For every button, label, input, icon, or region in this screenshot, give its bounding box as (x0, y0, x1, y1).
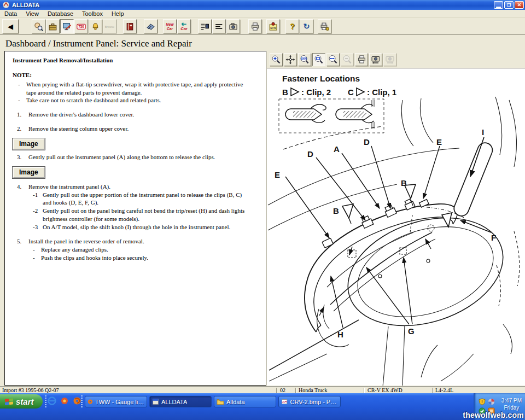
quick-launch (47, 396, 82, 406)
toolbox-icon (48, 22, 57, 31)
new-car-button[interactable]: New Car (163, 19, 177, 33)
car-return-icon: Car (179, 22, 189, 31)
close-icon: ✕ (517, 2, 522, 8)
menu-view[interactable]: View (21, 10, 43, 17)
service-repair-icon (62, 22, 72, 31)
zoom-in-button[interactable] (270, 53, 283, 66)
zoom-100-button[interactable]: 100% (298, 53, 311, 66)
label-F: F (491, 233, 496, 242)
status-code: 02 (280, 387, 285, 393)
paint-app-icon (281, 398, 288, 405)
label-D2: D (364, 137, 370, 147)
parts-button[interactable] (89, 19, 102, 33)
task-alldata-folder[interactable]: Alldata (214, 396, 276, 407)
title-bar: ALLDATA ▬ ❐ ✕ (0, 0, 525, 10)
status-import-info: Import #3 1995-06 Q2-07 (2, 387, 59, 393)
add-note-button[interactable]: NOTE (266, 19, 280, 33)
step-5: 5. Install the panel in the reverse orde… (13, 237, 252, 246)
image-button[interactable]: Image (13, 167, 45, 178)
start-button[interactable]: start (0, 394, 43, 409)
back-button[interactable]: ◀ (2, 19, 19, 33)
estimator-button[interactable] (144, 19, 158, 33)
status-engine: L4-2.4L (435, 387, 453, 393)
zoom-100-icon: 100% (300, 55, 310, 65)
triangle-marker-icon (357, 88, 364, 96)
svg-text:B: B (282, 88, 288, 97)
task-paint[interactable]: CRV-2.bmp - Paint (278, 396, 341, 407)
leader-arrows (285, 137, 491, 328)
menu-database[interactable]: Database (43, 10, 78, 17)
taskbar-grip[interactable] (45, 395, 46, 409)
print-setup-button[interactable] (318, 19, 331, 33)
svg-text:!: ! (481, 399, 482, 404)
previous-image-button[interactable] (369, 53, 382, 66)
help-button[interactable]: ? (285, 19, 299, 33)
window-title: ALLDATA (12, 2, 493, 8)
figure-area[interactable]: Fastener Locations B : Clip, 2 C : Clip,… (267, 68, 525, 386)
task-tww-gauge-lights[interactable]: TWW - Gauge lights p... (85, 396, 147, 407)
folder-icon (217, 399, 224, 405)
step-5-dash-1: - Replace any damaged clips. (27, 246, 252, 254)
label-D1: D (307, 149, 313, 159)
printer-icon (357, 55, 366, 64)
view-image-button[interactable] (226, 19, 240, 33)
quick-launch-app-icon[interactable] (60, 396, 69, 406)
maximize-button[interactable]: ❐ (504, 1, 514, 9)
label-I: I (482, 127, 484, 137)
svg-text:100%: 100% (301, 57, 307, 60)
figure-title: Fastener Locations (282, 74, 360, 83)
zoom-width-button[interactable] (326, 53, 340, 66)
print-image-button[interactable] (355, 53, 368, 66)
taskbar-clock[interactable]: 3:47 PM Friday (501, 397, 522, 411)
svg-text:: Clip, 2: : Clip, 2 (301, 88, 331, 97)
svg-text:Car: Car (167, 26, 173, 30)
shop-info-button[interactable] (46, 19, 60, 33)
label-H: H (337, 330, 343, 339)
library-button[interactable] (123, 19, 137, 33)
service-repair-button[interactable] (60, 19, 74, 33)
security-shield-icon[interactable]: ! (479, 398, 486, 405)
pan-button[interactable] (284, 53, 297, 66)
text-view-icon (214, 22, 224, 31)
menu-toolbox[interactable]: Toolbox (78, 10, 107, 17)
gauges-button[interactable]: 750 (74, 19, 88, 33)
step-1: 1. Remove the driver's dashboard lower c… (13, 110, 252, 119)
zoom-fit-button[interactable] (312, 53, 325, 66)
next-image-button (383, 53, 396, 66)
image-button[interactable]: Image (13, 138, 45, 150)
vehicle-search-button[interactable] (32, 19, 45, 33)
zoom-in-icon (271, 55, 281, 65)
status-bar: Import #3 1995-06 Q2-07 02 Honda Truck C… (0, 387, 525, 393)
taskbar-grip[interactable] (81, 395, 83, 409)
firefox-icon (88, 398, 93, 405)
refresh-icon: ↻ (304, 22, 310, 31)
taskbar: start TWW - Gauge lights p... ALLDATA Al (0, 393, 525, 420)
label-B1: B (401, 178, 407, 188)
minimize-button[interactable]: ▬ (494, 1, 503, 9)
note-pushpin-icon: NOTE (269, 22, 278, 31)
step-2: 2. Remove the steering column upper cove… (13, 125, 252, 133)
view-text-button[interactable] (212, 19, 226, 33)
menu-data[interactable]: Data (0, 10, 21, 17)
main-toolbar: ◀ 75 (0, 18, 525, 35)
status-model: CR-V EX 4WD (368, 387, 402, 393)
step-3: 3. Gently pull out the instrument panel … (13, 153, 252, 161)
car-history-button[interactable]: Car (177, 19, 191, 33)
text-image-view-icon (200, 22, 209, 31)
internet-explorer-icon[interactable] (47, 396, 57, 406)
view-text-image-button[interactable] (198, 19, 212, 33)
triangle-markers (342, 184, 452, 227)
note-label: NOTE: (13, 71, 252, 79)
step-4-sub-1: -1 Gently pull out the upper portion of … (33, 191, 252, 207)
task-alldata[interactable]: ALLDATA (149, 396, 212, 407)
alldata-app-icon (152, 398, 159, 405)
vehicle-search-icon (34, 22, 43, 31)
clip-detail-box (279, 99, 384, 133)
close-button[interactable]: ✕ (515, 1, 524, 9)
menu-help[interactable]: Help (107, 10, 129, 17)
print-button[interactable] (248, 19, 262, 33)
refresh-button[interactable]: ↻ (300, 19, 313, 33)
menu-bar: Data View Database Toolbox Help (0, 10, 525, 18)
tray-app-icon[interactable] (488, 398, 495, 405)
svg-text:: Clip, 1: : Clip, 1 (367, 88, 396, 97)
